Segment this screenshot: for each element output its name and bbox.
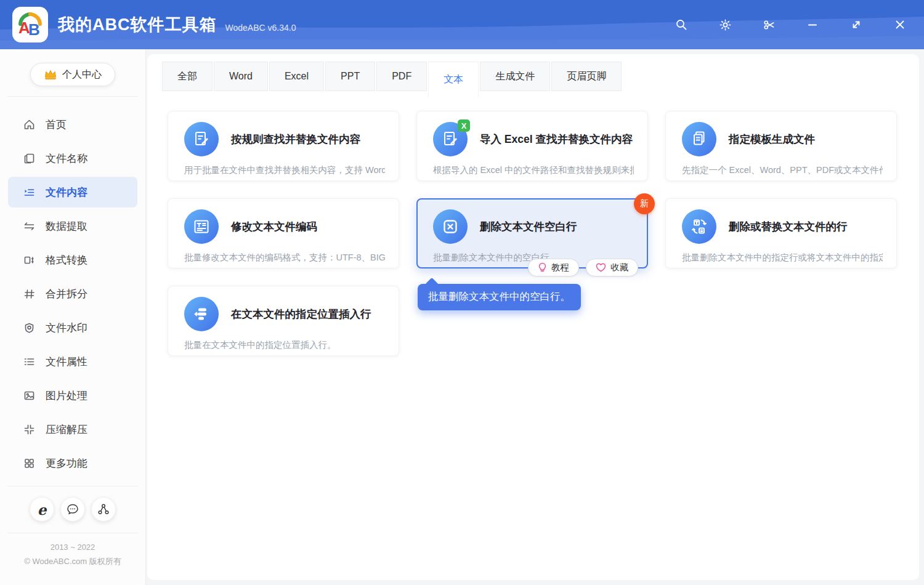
sidebar-item-format-convert[interactable]: 格式转换 <box>8 244 137 275</box>
card-replace-lines[interactable]: 删除或替换文本文件的行 批量删除文本文件中的指定行或将文本文件中的指定 <box>665 198 897 268</box>
excel-x-badge: X <box>458 119 470 132</box>
titlebar: A B 我的ABC软件工具箱 WodeABC v6.34.0 <box>0 0 924 49</box>
watermark-icon <box>23 322 35 334</box>
home-icon <box>23 119 35 131</box>
sidebar-item-label: 文件属性 <box>46 355 87 369</box>
file-props-icon <box>23 356 35 368</box>
sidebar-item-label: 合并拆分 <box>46 287 87 301</box>
sidebar-item-label: 文件内容 <box>46 185 87 200</box>
tutorial-button[interactable]: 教程 <box>528 259 579 276</box>
card-text-encoding[interactable]: 修改文本文件编码 批量修改文本文件的编码格式，支持：UTF-8、BIG5 <box>168 198 399 268</box>
crown-icon <box>44 69 57 80</box>
browser-ie-icon[interactable]: e <box>30 497 54 522</box>
card-title: 删除或替换文本文件的行 <box>729 219 848 234</box>
card-description: 批量删除文本文件中的指定行或将文本文件中的指定 <box>682 252 883 264</box>
data-extract-icon <box>23 220 35 232</box>
copyright-years: 2013 ~ 2022 <box>0 541 145 555</box>
sidebar-item-watermark[interactable]: 文件水印 <box>8 312 137 343</box>
insert-lines-icon <box>184 297 219 331</box>
content-panel: 全部 Word Excel PPT PDF 文本 生成文件 页眉页脚 <box>147 54 919 580</box>
tab-pdf[interactable]: PDF <box>376 62 427 91</box>
personal-center-label: 个人中心 <box>62 68 102 81</box>
app-logo: A B <box>12 7 48 42</box>
personal-center-button[interactable]: 个人中心 <box>30 63 115 86</box>
sidebar-item-home[interactable]: 首页 <box>8 109 137 140</box>
more-icon <box>23 458 35 469</box>
card-tooltip: 批量删除文本文件中的空白行。 <box>418 284 581 310</box>
card-title: 指定模板生成文件 <box>729 132 815 147</box>
file-name-icon <box>23 153 35 164</box>
sidebar-item-compress[interactable]: 压缩解压 <box>8 414 137 445</box>
share-network-icon[interactable] <box>91 497 116 522</box>
card-description: 批量修改文本文件的编码格式，支持：UTF-8、BIG5 <box>184 252 385 264</box>
new-badge: 新 <box>634 193 655 214</box>
card-description: 先指定一个 Excel、Word、PPT、PDF或文本文件作 <box>682 164 883 176</box>
sidebar-item-label: 格式转换 <box>46 253 87 267</box>
minimize-icon[interactable] <box>804 17 821 33</box>
favorite-label: 收藏 <box>610 262 628 273</box>
merge-split-icon <box>23 288 35 300</box>
svg-text:B: B <box>28 20 40 38</box>
card-title: 删除文本文件空白行 <box>480 219 577 234</box>
category-tabs: 全部 Word Excel PPT PDF 文本 生成文件 页眉页脚 <box>162 62 919 99</box>
divider <box>7 486 138 486</box>
sidebar-item-label: 更多功能 <box>46 456 87 470</box>
template-icon <box>682 122 716 156</box>
close-icon[interactable] <box>892 17 908 33</box>
sidebar-item-file-name[interactable]: 文件名称 <box>8 143 137 174</box>
app-title: 我的ABC软件工具箱 <box>58 14 217 36</box>
sidebar-item-file-props[interactable]: 文件属性 <box>8 346 137 377</box>
sidebar-item-label: 文件水印 <box>46 321 87 335</box>
sidebar-item-more[interactable]: 更多功能 <box>8 448 137 478</box>
card-description: 根据导入的 Excel 中的文件路径和查找替换规则来批 <box>433 164 634 176</box>
card-insert-lines[interactable]: 在文本文件的指定位置插入行 批量在文本文件中的指定位置插入行。 <box>168 286 399 356</box>
sidebar-item-merge-split[interactable]: 合并拆分 <box>8 278 137 309</box>
favorite-button[interactable]: 收藏 <box>586 259 638 276</box>
card-title: 按规则查找并替换文件内容 <box>231 132 360 147</box>
card-template-generate[interactable]: 指定模板生成文件 先指定一个 Excel、Word、PPT、PDF或文本文件作 <box>665 111 897 181</box>
sidebar-item-data-extract[interactable]: 数据提取 <box>8 211 137 241</box>
doc-edit-icon <box>184 122 219 156</box>
copyright: 2013 ~ 2022 © WodeABC.com 版权所有 <box>0 541 145 569</box>
tool-cards-grid: 按规则查找并替换文件内容 用于批量在文件中查找并替换相关内容，支持 Word <box>168 111 919 356</box>
card-find-replace-content[interactable]: 按规则查找并替换文件内容 用于批量在文件中查找并替换相关内容，支持 Word <box>168 111 399 181</box>
sidebar-nav: 首页 文件名称 文件内容 数据提取 <box>0 109 145 478</box>
search-icon[interactable] <box>673 17 689 33</box>
tab-excel[interactable]: Excel <box>269 62 324 91</box>
tab-header-footer[interactable]: 页眉页脚 <box>551 62 622 91</box>
sidebar-item-label: 压缩解压 <box>46 422 87 437</box>
card-description: 用于批量在文件中查找并替换相关内容，支持 Word <box>184 164 385 176</box>
sidebar-item-label: 首页 <box>46 118 67 132</box>
maximize-icon[interactable] <box>848 17 864 33</box>
heart-icon <box>596 263 606 272</box>
sidebar-item-file-content[interactable]: 文件内容 <box>8 177 137 208</box>
format-convert-icon <box>23 254 35 266</box>
text-encoding-icon <box>184 209 219 244</box>
tab-generate[interactable]: 生成文件 <box>480 62 550 91</box>
card-description: 批量在文本文件中的指定位置插入行。 <box>184 339 385 351</box>
delete-blank-lines-icon <box>433 209 468 244</box>
chat-bubble-icon[interactable] <box>60 497 85 522</box>
tab-all[interactable]: 全部 <box>162 62 213 91</box>
tutorial-label: 教程 <box>551 262 569 273</box>
card-actions: 教程 收藏 <box>528 259 638 276</box>
tab-text[interactable]: 文本 <box>428 62 479 97</box>
sidebar-item-image-process[interactable]: 图片处理 <box>8 380 137 411</box>
card-excel-find-replace[interactable]: X 导入 Excel 查找并替换文件内容 根据导入的 Excel 中的文件路径和… <box>416 111 648 181</box>
file-content-icon <box>23 187 35 198</box>
sidebar-item-label: 数据提取 <box>46 219 87 233</box>
tab-ppt[interactable]: PPT <box>325 62 375 91</box>
app-version: WodeABC v6.34.0 <box>225 23 296 33</box>
settings-icon[interactable] <box>717 17 733 33</box>
tab-word[interactable]: Word <box>214 62 268 91</box>
card-title: 修改文本文件编码 <box>231 219 317 234</box>
compress-icon <box>23 424 35 435</box>
card-title: 导入 Excel 查找并替换文件内容 <box>480 132 633 147</box>
sidebar-social-row: e <box>0 497 145 522</box>
card-delete-blank-lines[interactable]: 删除文本文件空白行 批量删除文本文件中的空白行。 新 教程 <box>416 198 648 268</box>
sidebar-item-label: 图片处理 <box>46 389 87 403</box>
lightbulb-icon <box>538 262 547 273</box>
sidebar-item-label: 文件名称 <box>46 151 87 166</box>
main-area: 全部 Word Excel PPT PDF 文本 生成文件 页眉页脚 <box>146 49 924 585</box>
scissors-icon[interactable] <box>761 17 777 33</box>
